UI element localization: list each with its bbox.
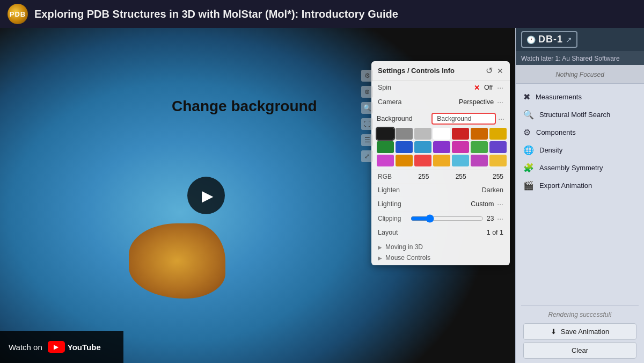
clipping-slider[interactable] xyxy=(411,214,484,223)
sidebar-item-icon-0: ✖ xyxy=(523,92,530,102)
rgb-g: 255 xyxy=(456,173,466,180)
expand-arrow-2: ▶ xyxy=(378,255,382,261)
sidebar-item-export-animation[interactable]: 🎬Export Animation xyxy=(516,177,644,194)
color-swatch-10[interactable] xyxy=(433,141,450,153)
camera-label: Camera xyxy=(378,98,401,106)
color-swatch-9[interactable] xyxy=(414,141,431,153)
youtube-logo[interactable]: ▶ YouTube xyxy=(48,341,101,353)
header: PDB Exploring PDB Structures in 3D with … xyxy=(0,0,644,28)
sidebar-item-icon-4: 🧩 xyxy=(523,163,534,173)
bg-input[interactable] xyxy=(431,113,496,125)
color-swatch-2[interactable] xyxy=(414,128,431,140)
lighting-dots[interactable]: ··· xyxy=(497,200,503,208)
settings-refresh-icon[interactable]: ↺ xyxy=(486,66,493,76)
color-swatch-4[interactable] xyxy=(452,128,469,140)
color-swatch-3[interactable] xyxy=(433,128,450,140)
share-icon: ↗ xyxy=(566,35,572,44)
lighten-darken-row: Lighten Darken xyxy=(371,184,510,197)
export-section: Rendering successful! ⬇ Save Animation C… xyxy=(516,306,644,363)
color-swatch-14[interactable] xyxy=(377,155,394,166)
sidebar-item-components[interactable]: ⚙Components xyxy=(516,124,644,141)
color-swatch-17[interactable] xyxy=(433,155,450,166)
rgb-b: 255 xyxy=(493,173,503,180)
clear-button[interactable]: Clear xyxy=(523,342,636,359)
watch-on-text: Watch on xyxy=(9,343,42,352)
settings-icon-5[interactable]: ☰ xyxy=(361,134,373,146)
color-swatch-0[interactable] xyxy=(377,128,394,140)
background-section: Background ··· xyxy=(371,110,510,170)
clipping-row: Clipping 23 ··· xyxy=(371,212,510,226)
camera-value: Perspective xyxy=(459,98,494,106)
moving-3d-expand[interactable]: ▶ Moving in 3D xyxy=(377,242,504,252)
lighting-value: Custom xyxy=(471,200,494,208)
settings-icon-6[interactable]: ⤢ xyxy=(361,150,373,162)
color-swatch-8[interactable] xyxy=(396,141,413,153)
settings-close-button[interactable]: ✕ xyxy=(497,67,503,75)
clipping-value: 23 xyxy=(487,215,494,222)
rgb-r: 255 xyxy=(418,173,429,180)
sidebar-item-assembly-symmetry[interactable]: 🧩Assembly Symmetry xyxy=(516,159,644,177)
color-swatch-11[interactable] xyxy=(452,141,469,153)
clipping-dots[interactable]: ··· xyxy=(497,214,503,223)
spin-x-icon: ✕ xyxy=(474,84,480,92)
youtube-icon: ▶ xyxy=(48,341,65,353)
bg-dots[interactable]: ··· xyxy=(498,114,504,123)
lighting-label: Lighting xyxy=(378,200,401,208)
color-swatch-12[interactable] xyxy=(471,141,488,153)
clipping-label: Clipping xyxy=(378,215,407,222)
sidebar-item-measurements[interactable]: ✖Measurements xyxy=(516,88,644,106)
layout-label: Layout xyxy=(378,229,398,236)
play-button[interactable]: ▶ xyxy=(187,177,225,214)
sidebar-item-label-4: Assembly Symmetry xyxy=(539,164,603,172)
pdb-logo[interactable]: PDB xyxy=(8,4,28,24)
save-animation-button[interactable]: ⬇ Save Animation xyxy=(523,323,636,340)
color-swatch-15[interactable] xyxy=(396,155,413,166)
sidebar-item-icon-1: 🔍 xyxy=(523,110,534,120)
settings-panel: Settings / Controls Info ↺ ✕ Spin ✕ Off … xyxy=(371,61,510,265)
lighten-label: Lighten xyxy=(378,186,400,194)
settings-title: Settings / Controls Info xyxy=(378,67,455,75)
sidebar-item-icon-5: 🎬 xyxy=(523,180,534,191)
sidebar-item-label-5: Export Animation xyxy=(539,182,592,190)
settings-icon-1[interactable]: ⚙ xyxy=(361,70,373,82)
sidebar-items: ✖Measurements🔍Structural Motif Search⚙Co… xyxy=(516,84,644,306)
settings-icon-2[interactable]: ⊕ xyxy=(361,86,373,98)
watch-later-bar: Watch later 1: Au Shared Software xyxy=(516,51,644,65)
camera-row: Camera Perspective ··· xyxy=(371,95,510,110)
db-badge: 🕐 DB-1 ↗ xyxy=(521,31,577,48)
settings-icon-4[interactable]: ⛶ xyxy=(361,118,373,130)
layout-value: 1 of 1 xyxy=(487,229,503,236)
color-swatch-7[interactable] xyxy=(377,141,394,153)
layout-row: Layout 1 of 1 xyxy=(371,226,510,239)
color-swatch-19[interactable] xyxy=(471,155,488,166)
color-swatch-5[interactable] xyxy=(471,128,488,140)
color-swatch-18[interactable] xyxy=(452,155,469,166)
logo-text: PDB xyxy=(10,10,26,18)
rgb-row: RGB 255 255 255 xyxy=(371,170,510,184)
spin-dots[interactable]: ··· xyxy=(497,83,503,92)
expanding-rows: ▶ Moving in 3D ▶ Mouse Controls xyxy=(371,239,510,265)
mouse-controls-expand[interactable]: ▶ Mouse Controls xyxy=(377,252,504,263)
sidebar-item-density[interactable]: 🌐Density xyxy=(516,141,644,159)
color-swatch-20[interactable] xyxy=(489,155,507,166)
color-swatch-1[interactable] xyxy=(396,128,413,140)
bg-label-row: Background ··· xyxy=(377,113,504,125)
watch-later-text: Watch later 1: Au Shared Software xyxy=(521,55,620,62)
settings-icon-3[interactable]: 🔍 xyxy=(361,102,373,114)
color-swatch-13[interactable] xyxy=(489,141,507,153)
color-swatch-16[interactable] xyxy=(414,155,431,166)
expand-label-2: Mouse Controls xyxy=(385,254,430,262)
rendering-text: Rendering successful! xyxy=(516,308,644,321)
sidebar-item-structural-motif-search[interactable]: 🔍Structural Motif Search xyxy=(516,106,644,124)
sidebar-item-icon-2: ⚙ xyxy=(523,127,531,137)
spin-row: Spin ✕ Off ··· xyxy=(371,81,510,95)
bg-label: Background xyxy=(377,115,413,122)
camera-dots[interactable]: ··· xyxy=(497,98,503,106)
youtube-bar: Watch on ▶ YouTube xyxy=(0,331,123,363)
color-swatch-6[interactable] xyxy=(489,128,507,140)
video-area[interactable]: Change background ▶ Settings / Controls … xyxy=(0,28,515,363)
expand-arrow-1: ▶ xyxy=(378,244,382,250)
spin-label: Spin xyxy=(378,84,391,91)
nothing-focused-bar: Nothing Focused xyxy=(516,65,644,84)
color-grid xyxy=(377,128,504,166)
